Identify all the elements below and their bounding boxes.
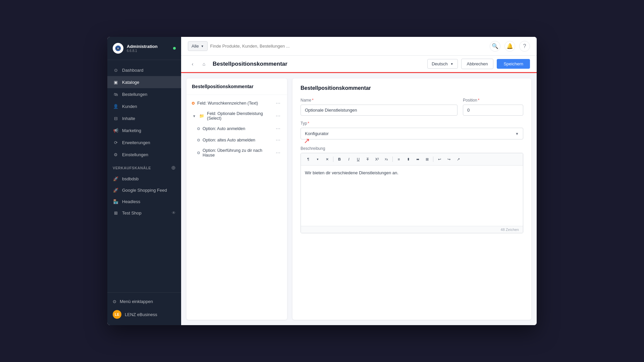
separator bbox=[433, 157, 433, 162]
name-position-row: Name* Position* bbox=[301, 98, 523, 116]
avatar: LE bbox=[113, 310, 121, 319]
sidebar-nav: ⊙ Dashboard ▣ Kataloge 🛍 Bestellungen 👤 … bbox=[107, 60, 181, 292]
sidebar-item-kataloge[interactable]: ▣ Kataloge bbox=[107, 76, 181, 88]
subscript-button[interactable]: X₂ bbox=[382, 155, 390, 163]
storefront-icon: 🏪 bbox=[113, 198, 119, 204]
strikethrough-button[interactable]: T bbox=[364, 155, 372, 163]
cancel-button[interactable]: Abbrechen bbox=[461, 59, 494, 69]
sidebar-item-bestellungen[interactable]: 🛍 Bestellungen bbox=[107, 88, 181, 100]
notifications-icon-button[interactable]: 🔔 bbox=[504, 41, 515, 52]
align-button[interactable]: ≡ bbox=[395, 155, 403, 163]
fullscreen-button[interactable]: ↗ bbox=[454, 155, 462, 163]
editor-wrapper: ¶ ▼ ✕ B I U T X² X₂ ≡ ⬍ bbox=[301, 153, 523, 233]
back-button[interactable]: ‹ bbox=[188, 59, 197, 69]
chevron-down-icon: ▼ bbox=[450, 62, 453, 66]
tree-dot-icon bbox=[197, 152, 200, 154]
expand-icon[interactable]: ▼ bbox=[192, 114, 197, 118]
more-options-button[interactable]: ⋯ bbox=[274, 137, 282, 143]
sidebar-item-label: Einstellungen bbox=[122, 152, 148, 157]
channel-google-shopping[interactable]: 🚀 Google Shopping Feed bbox=[107, 184, 181, 196]
save-button[interactable]: Speichern bbox=[497, 59, 530, 69]
page-header: ‹ ⌂ Bestellpositionskommentar Deutsch ▼ … bbox=[181, 56, 537, 73]
rocket-icon: 🚀 bbox=[113, 176, 119, 182]
underline-button[interactable]: U bbox=[354, 155, 362, 163]
app-version: 6.6.8.1 bbox=[127, 49, 170, 53]
app-name: Administration bbox=[127, 44, 170, 49]
left-panel-title: Bestellpositionskommentar bbox=[186, 78, 287, 95]
collapse-icon: ⊙ bbox=[113, 299, 116, 304]
right-panel-title: Bestellpositionskommentar bbox=[301, 85, 523, 91]
folder-icon: 📁 bbox=[199, 114, 204, 118]
description-label: Beschreibung bbox=[301, 146, 523, 151]
more-options-button[interactable]: ⋯ bbox=[274, 100, 282, 107]
right-panel: Bestellpositionskommentar Name* Position… bbox=[292, 78, 531, 320]
tree-list: Feld: Wunschkennzeichen (Text) ⋯ ▼ 📁 Fel… bbox=[186, 95, 287, 163]
content-icon: ⊟ bbox=[113, 115, 119, 121]
sidebar-item-erweiterungen[interactable]: ⟳ Erweiterungen bbox=[107, 136, 181, 148]
italic-button[interactable]: I bbox=[345, 155, 353, 163]
channel-headless[interactable]: 🏪 Headless bbox=[107, 196, 181, 207]
tree-dot-icon bbox=[197, 127, 200, 130]
more-options-button[interactable]: ⋯ bbox=[274, 113, 282, 119]
catalog-icon: ▣ bbox=[113, 79, 119, 85]
eye-icon[interactable]: 👁 bbox=[172, 210, 176, 215]
sidebar-item-label: Kunden bbox=[122, 104, 137, 109]
more-options-button[interactable]: ⋯ bbox=[274, 125, 282, 132]
search-filter-select[interactable]: Alle ▼ bbox=[188, 41, 208, 51]
sales-channels-section: Verkaufskanäle ⊕ bbox=[107, 161, 181, 173]
superscript-button[interactable]: X² bbox=[373, 155, 381, 163]
tree-item-option-ueberfuehrung[interactable]: Option: Überführung zu dir nach Hause ⋯ bbox=[186, 146, 287, 160]
orders-icon: 🛍 bbox=[113, 91, 119, 97]
name-label: Name* bbox=[301, 98, 458, 103]
content-area: Bestellpositionskommentar Feld: Wunschke… bbox=[181, 73, 537, 325]
add-sales-channel-button[interactable]: ⊕ bbox=[171, 165, 176, 171]
tree-item-optionale-dienstleistung[interactable]: ▼ 📁 Feld: Optionale Dienstleistung (Sele… bbox=[186, 109, 287, 123]
tree-item-option-altes-auto[interactable]: Option: altes Auto abmelden ⋯ bbox=[186, 134, 287, 146]
dropdown-button[interactable]: ▼ bbox=[314, 155, 322, 163]
clear-button[interactable]: ✕ bbox=[323, 155, 331, 163]
redo-button[interactable]: ↪ bbox=[445, 155, 453, 163]
status-dot bbox=[173, 47, 176, 50]
table-icon: ⊞ bbox=[113, 210, 119, 216]
help-icon-button[interactable]: ? bbox=[519, 41, 530, 52]
channel-bsdbdsb[interactable]: 🚀 bsdbdsb bbox=[107, 173, 181, 184]
position-input[interactable] bbox=[463, 105, 523, 116]
sidebar-item-marketing[interactable]: 📢 Marketing bbox=[107, 124, 181, 136]
sidebar-item-kunden[interactable]: 👤 Kunden bbox=[107, 100, 181, 112]
tree-item-option-auto-anmelden[interactable]: Option: Auto anmelden ⋯ bbox=[186, 123, 287, 134]
sidebar-item-label: Marketing bbox=[122, 128, 141, 133]
topbar-icons: 🔍 🔔 ? bbox=[490, 41, 530, 52]
chevron-down-icon: ▼ bbox=[201, 45, 204, 48]
editor-content[interactable]: Wir bieten dir verschiedene Dienstleistu… bbox=[301, 166, 523, 226]
undo-button[interactable]: ↩ bbox=[435, 155, 443, 163]
channel-test-shop[interactable]: ⊞ Test Shop 👁 bbox=[107, 207, 181, 219]
tree-dot-icon bbox=[197, 139, 200, 141]
rocket-icon: 🚀 bbox=[113, 187, 119, 193]
search-icon-button[interactable]: 🔍 bbox=[490, 41, 500, 52]
sidebar-item-label: Dashboard bbox=[122, 68, 144, 73]
paragraph-button[interactable]: ¶ bbox=[304, 155, 312, 163]
indent-button[interactable]: ⬍ bbox=[404, 155, 412, 163]
table-button[interactable]: ⊞ bbox=[423, 155, 431, 163]
menu-collapse-button[interactable]: ⊙ Menü einklappen bbox=[107, 296, 181, 307]
name-input[interactable] bbox=[301, 105, 458, 116]
sidebar-item-inhalte[interactable]: ⊟ Inhalte bbox=[107, 112, 181, 124]
sidebar-item-label: Bestellungen bbox=[122, 92, 147, 97]
sidebar-item-einstellungen[interactable]: ⚙ Einstellungen bbox=[107, 148, 181, 161]
tree-dot-icon bbox=[192, 102, 195, 105]
search-input[interactable] bbox=[210, 42, 486, 51]
outdent-button[interactable]: ⬌ bbox=[414, 155, 422, 163]
sidebar-item-label: Inhalte bbox=[122, 116, 135, 121]
user-name: LENZ eBusiness bbox=[125, 312, 157, 317]
sidebar: Administration 6.6.8.1 ⊙ Dashboard ▣ Kat… bbox=[107, 37, 181, 325]
language-select[interactable]: Deutsch ▼ bbox=[427, 59, 458, 69]
sidebar-item-dashboard[interactable]: ⊙ Dashboard bbox=[107, 64, 181, 76]
sidebar-header: Administration 6.6.8.1 bbox=[107, 37, 181, 60]
type-select[interactable]: Konfigurator ▼ bbox=[301, 128, 523, 139]
type-label: Typ* bbox=[301, 121, 523, 126]
more-options-button[interactable]: ⋯ bbox=[274, 149, 282, 156]
home-button[interactable]: ⌂ bbox=[199, 59, 209, 69]
user-profile[interactable]: LE LENZ eBusiness bbox=[107, 307, 181, 322]
bold-button[interactable]: B bbox=[335, 155, 343, 163]
tree-item-wunschkennzeichen[interactable]: Feld: Wunschkennzeichen (Text) ⋯ bbox=[186, 98, 287, 109]
